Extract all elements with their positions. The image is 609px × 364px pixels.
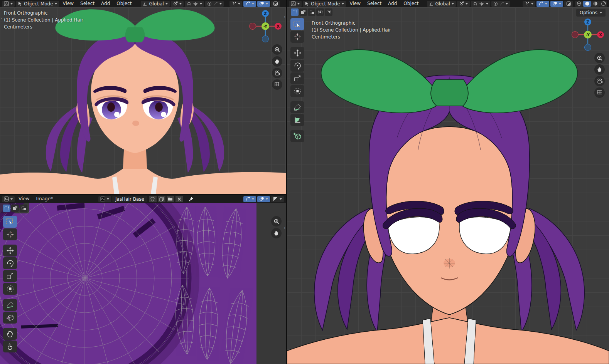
select-mode-set[interactable]	[291, 8, 299, 16]
axis-neg-z-handle[interactable]	[585, 44, 591, 51]
tool-select-box[interactable]	[290, 18, 304, 30]
select-mode-extend[interactable]	[11, 205, 19, 212]
sidebar-toggle-icon[interactable]: ‹	[284, 225, 285, 230]
axis-neg-x-handle[interactable]	[250, 23, 256, 30]
menu-select[interactable]: Select	[364, 0, 384, 7]
shading-material-button[interactable]	[591, 1, 599, 7]
select-mode-subtract[interactable]	[20, 205, 27, 212]
editor-type-button[interactable]	[2, 1, 15, 7]
tool-annotate[interactable]	[290, 101, 304, 113]
options-button[interactable]: Options	[576, 8, 606, 17]
uv-overlays-toggle[interactable]	[257, 196, 270, 202]
pin-button[interactable]	[188, 196, 194, 202]
hair-bow[interactable]	[55, 9, 214, 42]
tool-cursor[interactable]	[3, 228, 17, 240]
select-mode-extend[interactable]	[299, 8, 307, 16]
show-gizmo-toggle[interactable]	[536, 1, 549, 7]
transform-orientation-selector[interactable]: Global	[427, 1, 455, 7]
tool-cursor[interactable]	[290, 31, 304, 43]
snap-controls[interactable]	[471, 1, 490, 7]
editor-type-button[interactable]	[2, 196, 15, 202]
select-mode-subtract[interactable]	[308, 8, 315, 16]
tool-rotate[interactable]	[3, 257, 17, 269]
tool-move[interactable]	[3, 245, 17, 257]
tool-transform[interactable]	[290, 85, 304, 97]
shading-rendered-button[interactable]	[599, 1, 607, 7]
display-channels-selector[interactable]	[271, 196, 284, 202]
shading-wireframe-button[interactable]	[575, 1, 583, 7]
select-mode-invert[interactable]	[316, 8, 324, 16]
tool-annotate[interactable]	[3, 299, 17, 311]
select-mode-set[interactable]	[3, 205, 10, 212]
viewport-right-canvas[interactable]: Options Front Orthographic (1) Scene Col…	[287, 7, 609, 364]
uv-texture-image[interactable]	[0, 203, 256, 364]
axis-neg-z-handle[interactable]	[262, 36, 269, 42]
axis-navigation-gizmo[interactable]: Z X -Y	[249, 10, 282, 43]
tool-measure[interactable]	[290, 114, 304, 126]
tool-scale[interactable]	[3, 270, 17, 282]
menu-image[interactable]: Image*	[33, 195, 56, 203]
perspective-toggle-button[interactable]	[272, 79, 282, 90]
unlink-image-button[interactable]	[175, 196, 183, 202]
fake-user-button[interactable]	[149, 196, 157, 202]
axis-navigation-gizmo[interactable]: Z X -Y	[571, 18, 604, 51]
show-overlays-toggle[interactable]	[257, 1, 270, 7]
tool-relax[interactable]	[3, 341, 17, 352]
uv-pan-button[interactable]	[271, 228, 282, 238]
xray-toggle[interactable]	[564, 1, 573, 7]
camera-view-button[interactable]	[594, 76, 605, 86]
proportional-editing-controls[interactable]	[491, 1, 510, 7]
pan-button[interactable]	[594, 64, 605, 75]
snap-controls[interactable]	[185, 1, 204, 7]
uv-gizmo-toggle[interactable]	[243, 196, 256, 202]
mode-selector[interactable]: Object Mode	[16, 1, 59, 7]
proportional-editing-controls[interactable]	[205, 1, 224, 7]
image-name-field[interactable]: JasHair Base	[112, 196, 147, 202]
tool-rotate[interactable]	[290, 60, 304, 72]
tool-rip-region[interactable]	[3, 312, 17, 324]
zoom-button[interactable]	[594, 53, 605, 63]
tool-move[interactable]	[290, 47, 304, 59]
camera-view-button[interactable]	[272, 68, 282, 78]
menu-view[interactable]: View	[60, 0, 76, 7]
xray-toggle[interactable]	[271, 1, 280, 7]
tool-grab[interactable]	[3, 328, 17, 340]
annotation-tool-button[interactable]	[523, 1, 535, 7]
perspective-toggle-button[interactable]	[594, 87, 605, 98]
character-chest-arms[interactable]	[0, 169, 286, 194]
tool-add-cube[interactable]	[290, 130, 304, 142]
transform-orientation-selector[interactable]: Global	[141, 1, 169, 7]
open-image-button[interactable]	[167, 196, 174, 202]
pivot-point-selector[interactable]	[457, 1, 470, 7]
annotation-tool-button[interactable]	[229, 1, 242, 7]
shading-solid-button[interactable]	[583, 1, 591, 7]
menu-object[interactable]: Object	[401, 0, 421, 7]
menu-add[interactable]: Add	[385, 0, 400, 7]
new-image-button[interactable]	[158, 196, 165, 202]
show-overlays-toggle[interactable]	[550, 1, 563, 7]
pan-button[interactable]	[272, 56, 282, 67]
menu-object[interactable]: Object	[114, 0, 134, 7]
zoom-button[interactable]	[272, 44, 282, 55]
character-model-wireframe[interactable]	[287, 7, 609, 364]
menu-view[interactable]: View	[347, 0, 363, 7]
menu-add[interactable]: Add	[98, 0, 113, 7]
character-model-shaded[interactable]	[0, 7, 286, 194]
pivot-point-selector[interactable]	[171, 1, 184, 7]
tool-select-box[interactable]	[3, 216, 17, 228]
editor-type-button[interactable]	[289, 1, 302, 7]
hair-bow[interactable]	[321, 50, 578, 113]
uv-canvas[interactable]: ‹	[0, 203, 286, 364]
mode-selector[interactable]: Object Mode	[303, 1, 346, 7]
uv-layout[interactable]	[0, 203, 286, 364]
axis-neg-x-handle[interactable]	[572, 32, 579, 38]
menu-select[interactable]: Select	[78, 0, 97, 7]
viewport-left-canvas[interactable]: Front Orthographic (1) Scene Collection …	[0, 7, 286, 194]
show-gizmo-toggle[interactable]	[243, 1, 256, 7]
tool-transform[interactable]	[3, 283, 17, 295]
menu-view[interactable]: View	[16, 195, 32, 203]
toolbar-expand-icon[interactable]: ›	[0, 16, 2, 21]
uv-zoom-button[interactable]	[271, 216, 282, 226]
sidebar-toggle-icon[interactable]: ‹	[284, 14, 285, 19]
browse-image-button[interactable]	[98, 196, 111, 202]
